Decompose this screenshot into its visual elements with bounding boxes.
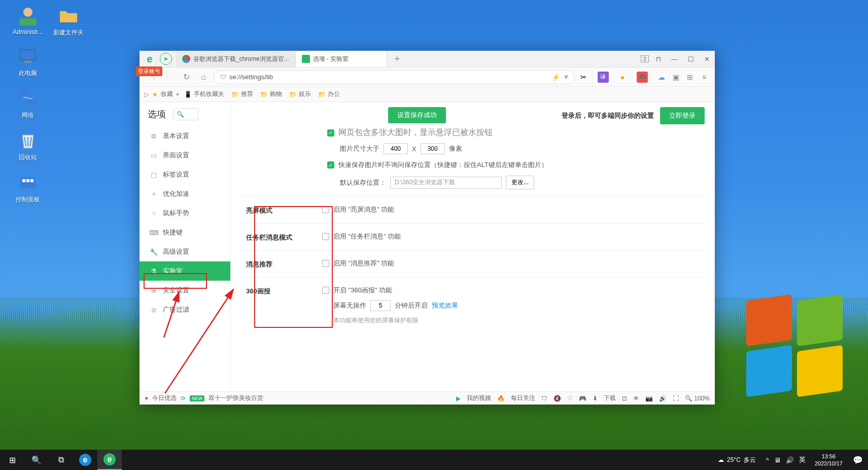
menu-icon[interactable]: ≡ xyxy=(699,72,710,83)
bookmark-entertainment[interactable]: 📁娱乐 xyxy=(287,90,313,98)
tab-chrome-download[interactable]: 谷歌浏览器下载_chrome浏览器官... xyxy=(176,51,296,67)
translate-icon[interactable]: 译 xyxy=(598,72,609,83)
gamepad-status-icon[interactable]: 🎮 xyxy=(579,395,586,402)
tray-expand-icon[interactable]: ^ xyxy=(766,456,769,464)
sidebar-item-basic[interactable]: ⚙基本设置 xyxy=(140,126,230,146)
checkbox-taskbar-msg[interactable] xyxy=(322,233,329,240)
weather-desc: 多云 xyxy=(744,456,756,464)
shield-status-icon[interactable]: 🛡 xyxy=(541,395,547,402)
dropdown-icon[interactable]: ▾ xyxy=(564,72,568,82)
cloud-icon[interactable]: ☁ xyxy=(656,72,667,83)
tab-count-badge[interactable]: 2 xyxy=(641,55,649,62)
mute-icon[interactable]: 🔇 xyxy=(553,395,561,402)
image-width-input[interactable] xyxy=(384,143,408,154)
idle-minutes-input[interactable] xyxy=(370,300,391,311)
bookmark-menu-icon[interactable]: ▷ xyxy=(145,91,149,98)
taskbar-weather[interactable]: ☁ 25°C 多云 xyxy=(712,456,762,464)
desktop-icon-trash[interactable]: 回收站 xyxy=(5,130,51,162)
eye-icon[interactable]: 👁 xyxy=(633,395,639,402)
new-tab-button[interactable]: + xyxy=(387,51,407,67)
home-button[interactable]: ⌂ xyxy=(196,70,211,84)
maximize-button[interactable]: ☐ xyxy=(683,55,699,63)
window-menu-icon[interactable]: ⊓ xyxy=(651,55,666,63)
start-button[interactable]: ⊞ xyxy=(0,450,24,470)
play-icon[interactable]: ▶ xyxy=(456,395,461,402)
bolt-icon[interactable]: ⚡ xyxy=(551,73,560,81)
change-path-button[interactable]: 更改... xyxy=(506,176,534,189)
sidebar-item-ui[interactable]: ▭界面设置 xyxy=(140,146,230,165)
sidebar-item-label: 快捷键 xyxy=(163,228,183,237)
tray-volume-icon[interactable]: 🔊 xyxy=(786,456,794,464)
task-view-button[interactable]: ⧉ xyxy=(49,450,73,470)
refresh-icon[interactable]: ⟳ xyxy=(181,395,186,402)
extension-icon[interactable]: ▣ xyxy=(670,72,681,83)
desktop-icon-network[interactable]: 网络 xyxy=(5,88,51,120)
checkbox-pictorial[interactable] xyxy=(322,287,329,294)
sidebar-item-gesture[interactable]: ☟鼠标手势 xyxy=(140,204,230,223)
capture-icon[interactable]: 📷 xyxy=(645,395,653,402)
send-icon[interactable]: ➤ xyxy=(160,53,172,65)
desktop-icon-folder[interactable]: 新建文件夹 xyxy=(46,5,91,37)
desktop-icon-control[interactable]: 控制面板 xyxy=(5,172,51,204)
forward-button[interactable]: 〉 xyxy=(162,70,176,84)
svg-rect-4 xyxy=(19,91,27,97)
login-button[interactable]: 立即登录 xyxy=(660,107,705,124)
url-input[interactable] xyxy=(229,73,551,81)
sidebar-item-adblock[interactable]: ⊘广告过滤 xyxy=(140,300,230,319)
account-login-badge[interactable]: 登录账号 xyxy=(136,66,162,76)
desktop-icon-label: 回收站 xyxy=(19,154,37,161)
sidebar-item-tabs[interactable]: ▢标签设置 xyxy=(140,165,230,184)
checkbox-bright[interactable] xyxy=(322,206,329,213)
tray-ime[interactable]: 英 xyxy=(799,455,806,464)
sidebar-item-optimize[interactable]: ✧优化加速 xyxy=(140,184,230,204)
bookmarks-label[interactable]: 收藏 xyxy=(161,90,173,98)
sidebar-item-security[interactable]: ⛨安全设置 xyxy=(140,281,230,300)
sidebar-item-lab[interactable]: ⚗实验室 xyxy=(140,261,230,281)
notification-button[interactable]: 💬 xyxy=(848,455,868,465)
minimize-button[interactable]: — xyxy=(666,55,683,63)
heart-icon[interactable]: ♥ xyxy=(145,395,148,402)
checkbox-quicksave[interactable]: ✓ xyxy=(327,161,334,169)
download-icon[interactable]: ⬇ xyxy=(593,395,598,402)
coin-icon[interactable]: ● xyxy=(617,72,628,83)
bookmark-office[interactable]: 📁办公 xyxy=(316,90,342,98)
flame-icon[interactable]: 🔥 xyxy=(497,395,505,402)
tab-settings-lab[interactable]: 选项 - 实验室 xyxy=(296,51,387,67)
sidebar-item-shortcut[interactable]: ⌨快捷键 xyxy=(140,223,230,242)
tray-monitor-icon[interactable]: 🖥 xyxy=(774,456,781,464)
taskbar-clock[interactable]: 13:56 2022/10/17 xyxy=(810,453,848,467)
favorite-status-icon[interactable]: ♡ xyxy=(567,395,573,402)
scissors-icon[interactable]: ✂ xyxy=(578,72,589,83)
my-video-label[interactable]: 我的视频 xyxy=(467,394,491,402)
preview-link[interactable]: 预览效果 xyxy=(432,301,458,310)
volume-icon[interactable]: 🔊 xyxy=(659,395,667,402)
desktop-icon-pc[interactable]: 此电脑 xyxy=(5,46,51,78)
taskbar-edge[interactable]: e xyxy=(73,450,97,470)
save-path-input[interactable] xyxy=(390,177,502,189)
game-icon[interactable]: 🎮 xyxy=(637,72,648,83)
zoom-label[interactable]: 🔍 100% xyxy=(685,395,710,402)
checkbox-multiimage[interactable]: ✓ xyxy=(327,129,334,137)
daily-label[interactable]: 每日关注 xyxy=(511,394,535,402)
close-button[interactable]: ✕ xyxy=(699,55,715,63)
promo-text[interactable]: 双十一护肤美妆百货 xyxy=(209,394,263,402)
taskbar-360browser[interactable]: e xyxy=(97,450,122,470)
url-input-container[interactable]: 🛡 ⚡ ▾ xyxy=(214,70,575,84)
checkbox-push[interactable] xyxy=(322,260,329,267)
download-label[interactable]: 下载 xyxy=(604,394,616,402)
reload-button[interactable]: ↻ xyxy=(179,70,193,84)
today-pick-label[interactable]: 今日优选 xyxy=(152,394,177,402)
bookmark-mobile[interactable]: 📱手机收藏夹 xyxy=(182,90,226,98)
apps-icon[interactable]: ⊞ xyxy=(684,72,696,83)
sidebar-item-label: 优化加速 xyxy=(163,189,189,198)
pip-icon[interactable]: ⊡ xyxy=(622,395,627,402)
bookmark-shopping[interactable]: 📁购物 xyxy=(258,90,284,98)
star-icon[interactable]: ★ xyxy=(152,91,158,98)
image-height-input[interactable] xyxy=(421,143,445,154)
sidebar-search[interactable]: 🔍 xyxy=(173,108,198,120)
desktop-icon-admin[interactable]: Administr... xyxy=(5,5,51,36)
search-button[interactable]: 🔍 xyxy=(24,450,49,470)
sidebar-item-advanced[interactable]: 🔧高级设置 xyxy=(140,242,230,261)
bookmark-recommend[interactable]: 📁推荐 xyxy=(229,90,255,98)
fullscreen-icon[interactable]: ⛶ xyxy=(673,395,679,402)
